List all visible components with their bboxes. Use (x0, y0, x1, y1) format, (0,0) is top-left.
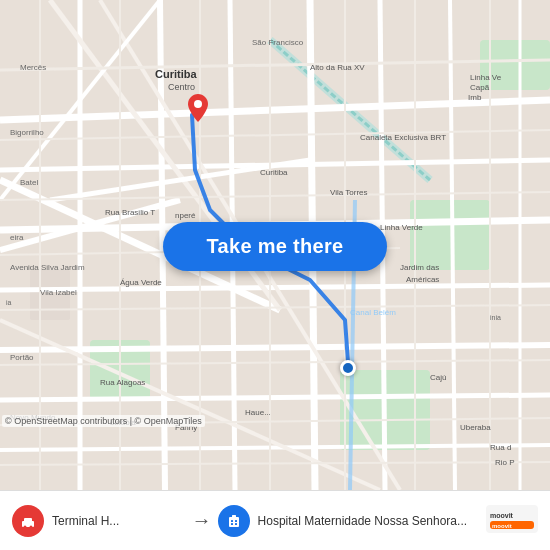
svg-text:Rio P: Rio P (495, 458, 515, 467)
map-container: Curitiba Centro Mercês São Francisco Alt… (0, 0, 550, 490)
svg-text:Água Verde: Água Verde (120, 278, 162, 287)
svg-point-80 (194, 100, 202, 108)
arrow-icon: → (186, 509, 218, 532)
svg-rect-89 (231, 523, 233, 525)
svg-text:Batel: Batel (20, 178, 38, 187)
bottom-bar: Terminal H... → Hospital Maternidade Nos… (0, 490, 550, 550)
to-icon (218, 505, 250, 537)
from-label: Terminal H... (52, 514, 119, 528)
destination-marker (188, 94, 208, 120)
svg-text:Portão: Portão (10, 353, 34, 362)
svg-line-19 (450, 0, 455, 490)
take-me-there-label: Take me there (207, 235, 344, 258)
svg-text:Mercês: Mercês (20, 63, 46, 72)
to-label: Hospital Maternidade Nossa Senhora... (258, 514, 467, 528)
svg-point-83 (24, 525, 27, 528)
from-icon (12, 505, 44, 537)
svg-text:Capã: Capã (470, 83, 490, 92)
svg-rect-82 (24, 518, 32, 522)
route-from: Terminal H... (12, 505, 186, 537)
svg-point-84 (30, 525, 33, 528)
svg-text:Canal Belém: Canal Belém (350, 308, 396, 317)
svg-text:Imb: Imb (468, 93, 482, 102)
svg-text:Rua Brasilio T: Rua Brasilio T (105, 208, 155, 217)
svg-rect-88 (235, 520, 237, 522)
route-to: Hospital Maternidade Nossa Senhora... (218, 505, 478, 537)
svg-text:Curitiba: Curitiba (155, 68, 197, 80)
svg-text:Rua Alagoas: Rua Alagoas (100, 378, 145, 387)
svg-text:nperé: nperé (175, 211, 196, 220)
svg-text:Rua d: Rua d (490, 443, 511, 452)
origin-marker (340, 360, 356, 376)
svg-text:eira: eira (10, 233, 24, 242)
svg-text:Vila Izabel: Vila Izabel (40, 288, 77, 297)
svg-text:Américas: Américas (406, 275, 439, 284)
svg-text:moovit: moovit (492, 523, 512, 529)
svg-text:Uberaba: Uberaba (460, 423, 491, 432)
svg-text:Avenida Silva Jardim: Avenida Silva Jardim (10, 263, 85, 272)
svg-text:Canaleta Exclusiva BRT: Canaleta Exclusiva BRT (360, 133, 446, 142)
svg-text:moovit: moovit (490, 512, 514, 519)
svg-rect-90 (235, 523, 237, 525)
svg-rect-85 (229, 517, 239, 527)
svg-text:Cajú: Cajú (430, 373, 446, 382)
svg-text:Haue...: Haue... (245, 408, 271, 417)
svg-text:Alto da Rua XV: Alto da Rua XV (310, 63, 365, 72)
svg-text:Bigorrilho: Bigorrilho (10, 128, 44, 137)
svg-rect-87 (231, 520, 233, 522)
take-me-there-button[interactable]: Take me there (163, 222, 387, 271)
svg-text:Centro: Centro (168, 82, 195, 92)
svg-text:Vila Torres: Vila Torres (330, 188, 368, 197)
svg-rect-86 (232, 515, 236, 518)
svg-text:Linha Verde: Linha Verde (380, 223, 423, 232)
svg-text:Jardim das: Jardim das (400, 263, 439, 272)
svg-text:São Francisco: São Francisco (252, 38, 304, 47)
svg-text:Curitiba: Curitiba (260, 168, 288, 177)
svg-rect-0 (410, 200, 490, 270)
svg-text:ia: ia (6, 299, 12, 306)
svg-text:inia: inia (490, 314, 501, 321)
map-attribution: © OpenStreetMap contributors | © OpenMap… (2, 415, 205, 427)
svg-text:Linha Ve: Linha Ve (470, 73, 502, 82)
moovit-logo: moovit moovit (486, 505, 538, 537)
